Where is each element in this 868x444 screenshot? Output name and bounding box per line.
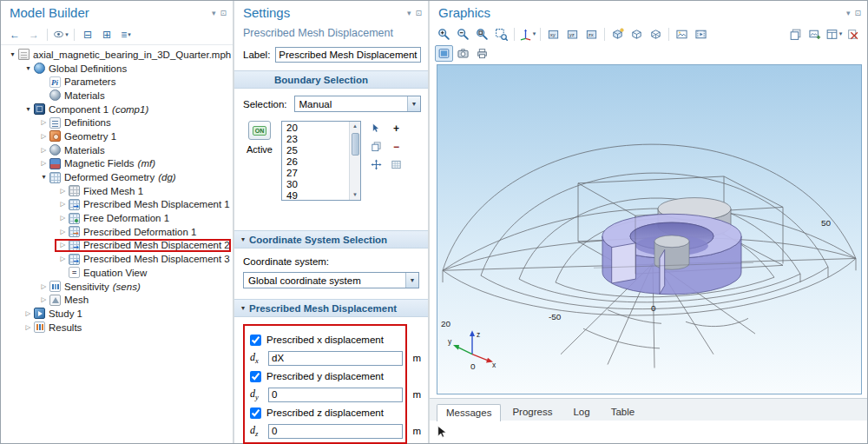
tab-log[interactable]: Log xyxy=(563,403,599,421)
tree-item-prescribed-mesh-displacement-2[interactable]: Prescribed Mesh Displacement 2 xyxy=(1,239,233,253)
zoom-extents-icon[interactable] xyxy=(473,26,491,43)
dz-input[interactable] xyxy=(268,424,403,439)
tree-item-materials[interactable]: Materials xyxy=(1,143,233,157)
collapse-triangle-icon[interactable]: ▾ xyxy=(241,304,245,312)
expand-arrow-icon[interactable] xyxy=(23,323,33,332)
expand-arrow-icon[interactable] xyxy=(39,118,49,127)
scroll-up-icon[interactable]: ▲ xyxy=(352,122,358,131)
view-zx-plane-icon[interactable]: zx xyxy=(582,26,601,43)
scrollbar-thumb[interactable] xyxy=(352,133,359,156)
expand-arrow-icon[interactable] xyxy=(23,105,33,114)
scene-light-icon[interactable] xyxy=(608,26,627,43)
section-prescribed-mesh-displacement[interactable]: ▾ Prescribed Mesh Displacement xyxy=(234,299,428,317)
expand-arrow-icon[interactable] xyxy=(39,159,49,168)
copy-selection-icon[interactable] xyxy=(368,139,385,154)
tree-item-fixed-mesh-1[interactable]: Fixed Mesh 1 xyxy=(1,184,233,198)
scroll-down-icon[interactable]: ▼ xyxy=(352,190,358,200)
activate-selection-icon[interactable] xyxy=(368,121,385,136)
tree-item-parameters[interactable]: Parameters xyxy=(1,75,233,89)
view-yz-plane-icon[interactable]: yz xyxy=(563,26,582,43)
go-to-default-view-icon[interactable]: ▾ xyxy=(518,26,536,43)
split-window-icon[interactable]: ▾ xyxy=(825,26,843,43)
boundary-selection-list[interactable]: 20 23 25 26 27 30 49 ▲ ▼ xyxy=(281,121,361,201)
tree-item-study-1[interactable]: Study 1 xyxy=(1,307,233,321)
dy-input[interactable] xyxy=(268,388,403,402)
expand-arrow-icon[interactable] xyxy=(58,228,68,236)
copy-image-icon[interactable] xyxy=(786,26,805,43)
list-item[interactable]: 20 xyxy=(286,123,349,134)
prescribed-y-checkbox[interactable] xyxy=(250,371,261,382)
back-icon[interactable]: ← xyxy=(6,27,23,43)
wireframe-rendering-icon[interactable] xyxy=(647,26,665,43)
tree-item-prescribed-mesh-displacement-1[interactable]: Prescribed Mesh Displacement 1 xyxy=(1,198,233,212)
move-selection-icon[interactable] xyxy=(368,157,385,172)
tree-item-results[interactable]: Results xyxy=(1,321,233,335)
section-boundary-selection[interactable]: Boundary Selection xyxy=(234,70,428,89)
panel-menu-icon[interactable]: ▾ xyxy=(407,9,411,17)
list-scrollbar[interactable]: ▲ ▼ xyxy=(349,122,360,200)
list-item[interactable]: 27 xyxy=(286,168,349,179)
tree-item-definitions[interactable]: Definitions xyxy=(1,116,233,129)
collapse-triangle-icon[interactable]: ▾ xyxy=(241,235,245,243)
tree-item-root[interactable]: axial_magnetic_bearing_in_3D_Quarter.mph… xyxy=(1,48,233,62)
tree-options-icon[interactable]: ≡▾ xyxy=(117,27,135,43)
graphics-canvas[interactable]: 50 0 -50 20 0 z x y xyxy=(437,64,862,394)
panel-dock-icon[interactable]: ⊡ xyxy=(854,9,861,17)
forward-icon[interactable]: → xyxy=(25,27,43,43)
zoom-in-icon[interactable] xyxy=(435,26,453,43)
chevron-down-icon[interactable]: ▼ xyxy=(405,273,418,288)
tree-item-component-1[interactable]: Component 1 (comp1) xyxy=(1,103,233,116)
list-item[interactable]: 30 xyxy=(286,179,349,190)
active-toggle-button[interactable]: ON xyxy=(248,121,271,140)
expand-arrow-icon[interactable] xyxy=(23,309,33,318)
tree-item-mesh[interactable]: Mesh xyxy=(1,293,233,307)
list-item[interactable]: 26 xyxy=(286,156,349,168)
tree-item-magnetic-fields[interactable]: Magnetic Fields (mf) xyxy=(1,157,233,171)
expand-arrow-icon[interactable] xyxy=(58,214,68,222)
clear-plot-icon[interactable] xyxy=(844,26,862,43)
expand-arrow-icon[interactable] xyxy=(23,64,33,73)
remove-from-selection-icon[interactable]: − xyxy=(388,139,404,154)
expand-arrow-icon[interactable] xyxy=(58,255,68,263)
tree-item-materials-global[interactable]: Materials xyxy=(1,89,233,103)
tree-item-sensitivity[interactable]: Sensitivity (sens) xyxy=(1,280,233,294)
add-image-to-export-icon[interactable] xyxy=(806,26,824,43)
graphics-scene[interactable]: 50 0 -50 20 0 z x y xyxy=(437,65,861,394)
expand-arrow-icon[interactable] xyxy=(39,132,49,141)
image-snapshot-icon[interactable] xyxy=(673,26,691,43)
transparency-icon[interactable] xyxy=(628,26,646,43)
collapse-all-icon[interactable]: ⊟ xyxy=(79,27,96,43)
list-item[interactable]: 23 xyxy=(286,134,349,145)
add-to-selection-icon[interactable]: + xyxy=(388,121,404,136)
expand-arrow-icon[interactable] xyxy=(39,146,49,155)
tree-item-prescribed-deformation-1[interactable]: Prescribed Deformation 1 xyxy=(1,225,233,239)
tab-progress[interactable]: Progress xyxy=(503,403,562,421)
view-xy-plane-icon[interactable]: xy xyxy=(544,26,562,43)
zoom-out-icon[interactable] xyxy=(454,26,472,43)
expand-arrow-icon[interactable] xyxy=(58,200,68,209)
camera-icon[interactable] xyxy=(454,45,472,62)
tree-item-free-deformation-1[interactable]: Free Deformation 1 xyxy=(1,211,233,225)
selection-dropdown[interactable]: Manual ▼ xyxy=(294,96,421,112)
label-input[interactable] xyxy=(275,47,421,63)
expand-arrow-icon[interactable] xyxy=(39,295,49,304)
panel-dock-icon[interactable]: ⊡ xyxy=(220,9,227,17)
list-item[interactable]: 49 xyxy=(286,190,349,202)
section-coordinate-system[interactable]: ▾ Coordinate System Selection xyxy=(234,230,428,249)
tree-item-equation-view[interactable]: Equation View xyxy=(1,266,233,280)
expand-arrow-icon[interactable] xyxy=(39,282,49,291)
tree-item-prescribed-mesh-displacement-3[interactable]: Prescribed Mesh Displacement 3 xyxy=(1,252,233,266)
chevron-down-icon[interactable]: ▼ xyxy=(407,96,420,111)
animation-export-icon[interactable] xyxy=(692,26,710,43)
prescribed-z-checkbox[interactable] xyxy=(250,408,261,419)
print-icon[interactable] xyxy=(473,45,491,62)
tree-item-geometry-1[interactable]: Geometry 1 xyxy=(1,129,233,143)
plot-icon[interactable] xyxy=(435,45,453,62)
coordinate-system-dropdown[interactable]: Global coordinate system ▼ xyxy=(243,272,419,288)
expand-arrow-icon[interactable] xyxy=(39,173,49,182)
zoom-box-icon[interactable] xyxy=(492,26,510,43)
panel-menu-icon[interactable]: ▾ xyxy=(846,9,851,17)
prescribed-x-checkbox[interactable] xyxy=(250,335,261,346)
list-item[interactable]: 25 xyxy=(286,145,349,156)
expand-arrow-icon[interactable] xyxy=(58,241,68,249)
